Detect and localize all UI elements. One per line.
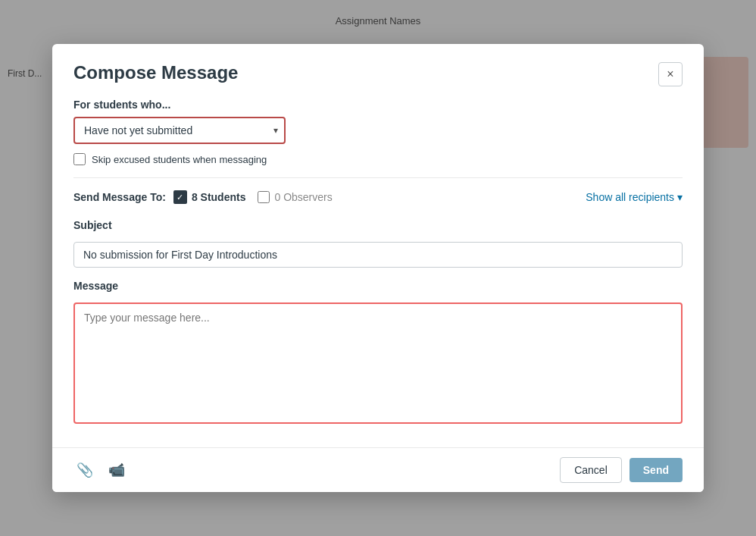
media-icon: 📹 xyxy=(108,462,125,478)
close-button[interactable]: × xyxy=(658,62,683,86)
observers-recipient-item: 0 Observers xyxy=(258,191,332,203)
modal-body: For students who... Have not yet submitt… xyxy=(52,99,704,447)
compose-message-modal: Compose Message × For students who... Ha… xyxy=(52,44,704,492)
cancel-button[interactable]: Cancel xyxy=(560,457,622,483)
show-all-recipients-label: Show all recipients xyxy=(586,191,674,203)
send-button[interactable]: Send xyxy=(629,458,683,482)
students-checkbox[interactable]: ✓ xyxy=(173,190,187,204)
message-section: Message xyxy=(73,280,683,426)
student-filter-dropdown[interactable]: Have not yet submitted Have not been gra… xyxy=(73,117,286,144)
modal-footer: 📎 📹 Cancel Send xyxy=(52,447,704,492)
footer-left: 📎 📹 xyxy=(73,459,128,481)
subject-input[interactable] xyxy=(73,242,683,268)
for-students-label: For students who... xyxy=(73,99,683,111)
observers-checkbox[interactable] xyxy=(258,191,270,203)
students-recipient-item: ✓ 8 Students xyxy=(173,190,246,204)
paperclip-icon: 📎 xyxy=(77,462,93,478)
show-all-recipients-button[interactable]: Show all recipients ▾ xyxy=(586,191,683,203)
message-label: Message xyxy=(73,280,683,292)
skip-excused-row: Skip excused students when messaging xyxy=(73,153,683,165)
media-button[interactable]: 📹 xyxy=(105,459,128,481)
subject-label: Subject xyxy=(73,219,683,231)
divider xyxy=(73,177,683,178)
modal-backdrop: Compose Message × For students who... Ha… xyxy=(0,0,756,536)
modal-title: Compose Message xyxy=(73,62,238,83)
observers-count: 0 Observers xyxy=(274,191,332,203)
subject-section: Subject xyxy=(73,219,683,268)
modal-header: Compose Message × xyxy=(52,44,704,99)
send-message-to-label: Send Message To: xyxy=(73,191,166,203)
chevron-down-icon: ▾ xyxy=(677,191,683,203)
message-textarea[interactable] xyxy=(73,302,683,424)
skip-excused-checkbox[interactable] xyxy=(73,153,86,165)
footer-right: Cancel Send xyxy=(560,457,683,483)
attach-file-button[interactable]: 📎 xyxy=(73,459,96,481)
student-filter-dropdown-wrapper: Have not yet submitted Have not been gra… xyxy=(73,117,286,144)
recipients-row: Send Message To: ✓ 8 Students 0 Observer… xyxy=(73,190,683,204)
students-count: 8 Students xyxy=(192,191,246,203)
skip-excused-label: Skip excused students when messaging xyxy=(92,154,267,165)
